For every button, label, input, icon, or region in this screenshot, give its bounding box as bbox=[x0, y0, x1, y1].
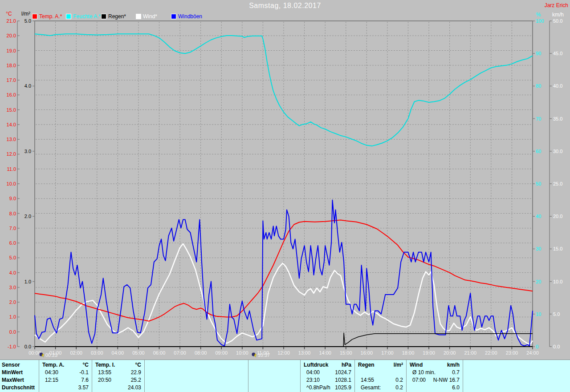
legend-label: Feuchte A.* bbox=[73, 13, 101, 20]
table-cell-row: 04:30-0.1 bbox=[39, 369, 92, 376]
temp-tick-label: 19.0 bbox=[7, 48, 16, 53]
rain-tick-label: 3.0 bbox=[24, 149, 31, 154]
cell-value: 3.57 bbox=[78, 384, 89, 392]
wind-tick-label: 10.0 bbox=[553, 279, 562, 284]
cell-time bbox=[252, 384, 254, 392]
humidity-tick-label: 20 bbox=[536, 279, 541, 284]
table-column-luftdruck: LuftdruckhPa04:001024.723:101028.1^0.8hP… bbox=[301, 360, 355, 392]
table-cell-row: 04:001024.7 bbox=[301, 369, 354, 376]
temp-tick-label: 10.0 bbox=[7, 181, 16, 186]
table-column-header: Regenl/m² bbox=[355, 361, 406, 369]
cell-time bbox=[148, 369, 151, 376]
hour-tick-label: 15:00 bbox=[340, 350, 352, 356]
event-marker: 10:37 bbox=[252, 352, 270, 358]
hour-tick-label: 04:00 bbox=[112, 350, 124, 356]
cell-value: 25.2 bbox=[131, 376, 141, 384]
table-column-header: LuftdruckhPa bbox=[301, 361, 354, 369]
author-label: Jarz Erich bbox=[545, 2, 568, 8]
lightning-icon bbox=[39, 352, 45, 358]
table-cell-row: 6.0 bbox=[407, 384, 463, 392]
hour-tick-label: 17:00 bbox=[381, 350, 394, 356]
table-column-empty-2 bbox=[145, 360, 248, 392]
table-cell-row: 24.03 bbox=[92, 384, 144, 392]
cell-time bbox=[252, 369, 254, 376]
humidity-tick-label: 100 bbox=[536, 18, 544, 24]
temp-tick-label: 8.0 bbox=[9, 211, 16, 216]
cell-value: 6.0 bbox=[452, 384, 460, 392]
hour-tick-label: 22:00 bbox=[485, 350, 497, 356]
legend-item-1: Temp. A.* bbox=[32, 13, 62, 20]
temp-tick-label: 13.0 bbox=[7, 137, 16, 142]
wind-tick-label: 0.0 bbox=[553, 344, 560, 349]
rain-tick-label: 5.0 bbox=[24, 18, 31, 24]
table-cell-row: ^0.8hPa/h1025.9 bbox=[301, 384, 354, 392]
event-marker-time: 10:37 bbox=[258, 352, 270, 358]
table-column-header bbox=[248, 361, 300, 369]
cell-time: 20:50 bbox=[95, 376, 111, 384]
column-unit: hPa bbox=[342, 361, 351, 369]
humidity-tick-label: 30 bbox=[536, 246, 541, 251]
cell-time bbox=[252, 376, 254, 384]
chart-plot: 21.020.019.018.017.016.015.014.013.012.0… bbox=[0, 0, 570, 360]
rain-tick-label: 1.0 bbox=[24, 279, 31, 284]
table-row-label: MaxWert bbox=[0, 376, 39, 384]
column-unit: °C bbox=[135, 361, 141, 369]
legend-label: Temp. A.* bbox=[39, 13, 62, 20]
temp-tick-label: -1.0 bbox=[8, 344, 16, 349]
table-cell-row bbox=[145, 384, 248, 392]
cell-value: -0.1 bbox=[79, 369, 89, 376]
cell-time: 04:00 bbox=[304, 369, 320, 376]
cell-value: 1025.9 bbox=[335, 384, 351, 392]
legend-label: Wind* bbox=[143, 13, 157, 20]
wind-tick-label: 30.0 bbox=[553, 149, 562, 154]
temp-axis-unit: °C bbox=[2, 11, 16, 17]
table-cell-row bbox=[355, 369, 406, 376]
wind-tick-label: 35.0 bbox=[553, 116, 562, 121]
temp-tick-label: 6.0 bbox=[9, 240, 16, 246]
cell-time: 04:30 bbox=[42, 369, 58, 376]
temp-tick-label: 16.0 bbox=[7, 92, 16, 97]
table-column-header bbox=[145, 361, 248, 369]
rain-tick-label: 2.0 bbox=[24, 214, 31, 219]
hour-tick-label: 23:00 bbox=[506, 350, 518, 356]
cell-time bbox=[466, 384, 469, 392]
hour-tick-label: 21:00 bbox=[464, 350, 476, 356]
table-cell-row: 12:157.6 bbox=[39, 376, 92, 384]
table-cell-row: 23:101028.1 bbox=[301, 376, 354, 384]
humidity-tick-label: 0 bbox=[536, 344, 538, 349]
table-row-label: Durchschnitt bbox=[0, 384, 39, 392]
cell-value: 24.03 bbox=[128, 384, 141, 392]
temp-tick-label: 4.0 bbox=[9, 270, 16, 275]
temp-tick-label: 20.0 bbox=[7, 33, 16, 38]
wind-tick-label: 45.0 bbox=[553, 51, 562, 56]
table-column-regen: Regenl/m²14:550.2Gesamt:0.2 bbox=[355, 360, 407, 392]
table-cell-row bbox=[248, 369, 300, 376]
cell-time: 14:55 bbox=[358, 376, 374, 384]
table-column-wind: Windkm/hØ 10 min.0.707:00N-NW 16.76.0 bbox=[407, 360, 463, 392]
hour-tick-label: 20:00 bbox=[444, 350, 456, 356]
cell-time bbox=[410, 384, 412, 392]
legend-item-2: Feuchte A.* bbox=[66, 13, 101, 20]
cell-time bbox=[148, 376, 151, 384]
table-cell-row: 3.57 bbox=[39, 384, 92, 392]
legend-swatch-icon bbox=[171, 14, 176, 19]
table-cell-row: Gesamt:0.2 bbox=[355, 384, 406, 392]
hour-tick-label: 19:00 bbox=[423, 350, 435, 356]
wind-tick-label: 15.0 bbox=[553, 246, 562, 251]
cell-value: 1024.7 bbox=[335, 369, 351, 376]
cell-time bbox=[148, 384, 151, 392]
cell-time bbox=[466, 376, 469, 384]
legend-swatch-icon bbox=[32, 14, 37, 19]
cell-value: 0.7 bbox=[452, 369, 460, 376]
legend-swatch-icon bbox=[66, 14, 71, 19]
page-title: Samstag, 18.02.2017 bbox=[0, 2, 570, 10]
legend-label: Regen* bbox=[108, 13, 126, 20]
table-cell-row: 20:5025.2 bbox=[92, 376, 144, 384]
temp-tick-label: 0.0 bbox=[9, 329, 16, 335]
table-column-header: Temp. I.°C bbox=[92, 361, 144, 369]
cell-time: ^0.8hPa/h bbox=[304, 384, 330, 392]
legend-swatch-icon bbox=[101, 14, 106, 19]
hour-tick-label: 02:00 bbox=[70, 350, 82, 356]
temp-tick-label: 15.0 bbox=[7, 107, 16, 113]
humidity-tick-label: 50 bbox=[536, 181, 541, 186]
